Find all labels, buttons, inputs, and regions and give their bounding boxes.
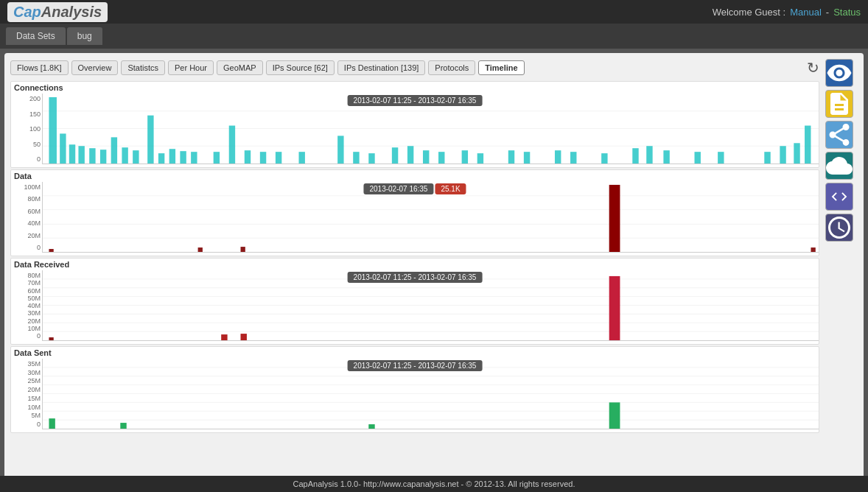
- welcome-text: Welcome Guest :: [713, 7, 785, 18]
- svg-rect-10: [122, 147, 127, 164]
- svg-rect-6: [78, 146, 84, 164]
- svg-rect-64: [241, 334, 247, 340]
- svg-rect-43: [780, 146, 785, 164]
- svg-rect-42: [764, 152, 770, 164]
- header-right: Welcome Guest : Manual - Status: [713, 7, 861, 18]
- ds-y35m: 35M: [11, 360, 41, 368]
- navigate-button[interactable]: [825, 183, 853, 211]
- ds-y30m: 30M: [11, 369, 41, 376]
- svg-rect-24: [353, 152, 359, 164]
- data-sent-chart: Data Sent 2013-02-07 11:25 - 2013-02-07 …: [10, 346, 819, 433]
- svg-rect-53: [609, 185, 620, 252]
- ds-y0: 0: [11, 421, 41, 428]
- svg-rect-75: [368, 424, 374, 429]
- data-received-chart: Data Received 2013-02-07 11:25 - 2013-02…: [10, 258, 819, 345]
- document-button[interactable]: [825, 90, 853, 118]
- data-received-timeline: 2013-02-07 11:25 - 2013-02-07 16:35: [348, 272, 483, 283]
- right-sidebar: [825, 59, 858, 492]
- dr-y80m: 80M: [11, 272, 41, 279]
- dr-y30m: 30M: [11, 309, 41, 317]
- data-y60m: 60M: [11, 208, 41, 215]
- dr-y10m: 10M: [11, 325, 41, 332]
- svg-rect-33: [524, 152, 530, 164]
- cloud-button[interactable]: [825, 152, 853, 180]
- nav-tab-bug[interactable]: bug: [67, 27, 102, 45]
- conn-y0: 0: [11, 155, 41, 163]
- svg-rect-45: [805, 126, 811, 164]
- svg-rect-15: [180, 151, 186, 164]
- data-timeline2: 25.1K: [435, 183, 466, 194]
- data-y40m: 40M: [11, 219, 41, 227]
- svg-rect-28: [423, 150, 429, 164]
- data-y80m: 80M: [11, 195, 41, 203]
- svg-rect-31: [477, 153, 483, 164]
- svg-rect-14: [169, 149, 175, 164]
- btn-per-hour[interactable]: Per Hour: [168, 60, 214, 75]
- nav-tab-datasets[interactable]: Data Sets: [6, 27, 66, 45]
- svg-rect-38: [646, 146, 652, 164]
- dr-y20m: 20M: [11, 317, 41, 325]
- svg-rect-50: [49, 249, 53, 252]
- btn-ips-destination[interactable]: IPs Destination [139]: [337, 60, 426, 75]
- svg-rect-36: [601, 153, 607, 164]
- btn-timeline[interactable]: Timeline: [478, 60, 524, 75]
- main-content: Flows [1.8K] Overview Statistcs Per Hour…: [4, 53, 864, 492]
- svg-rect-73: [49, 418, 55, 429]
- data-y100m: 100M: [11, 183, 41, 191]
- svg-rect-25: [368, 153, 374, 164]
- btn-statistics[interactable]: Statistcs: [121, 60, 165, 75]
- svg-rect-7: [89, 148, 95, 164]
- data-timeline1: 2013-02-07 16:35: [363, 183, 433, 194]
- svg-rect-74: [120, 423, 126, 429]
- conn-y100: 100: [11, 125, 41, 133]
- svg-rect-41: [718, 152, 724, 164]
- svg-rect-54: [811, 247, 815, 252]
- btn-ips-source[interactable]: IPs Source [62]: [266, 60, 335, 75]
- ds-y15m: 15M: [11, 395, 41, 402]
- data-sent-title: Data Sent: [11, 347, 819, 359]
- logo: CapAnalysis: [7, 2, 108, 22]
- btn-overview[interactable]: Overview: [71, 60, 119, 75]
- svg-rect-39: [663, 150, 669, 164]
- btn-geomap[interactable]: GeoMAP: [217, 60, 263, 75]
- connections-timeline: 2013-02-07 11:25 - 2013-02-07 16:35: [348, 95, 483, 106]
- btn-flows[interactable]: Flows [1.8K]: [10, 60, 69, 75]
- manual-link[interactable]: Manual: [790, 7, 822, 18]
- connections-chart: Connections 2013-02-07 11:25 - 2013-02-0…: [10, 81, 819, 168]
- svg-rect-11: [133, 150, 139, 164]
- header: CapAnalysis Welcome Guest : Manual - Sta…: [0, 0, 868, 24]
- svg-rect-16: [191, 152, 197, 164]
- view-button[interactable]: [825, 59, 853, 87]
- svg-rect-37: [632, 148, 638, 164]
- time-button[interactable]: [825, 214, 853, 242]
- svg-rect-18: [229, 126, 235, 164]
- data-chart: Data 2013-02-07 16:35 25.1K 0 20M 40M 60…: [10, 169, 819, 256]
- dr-y60m: 60M: [11, 287, 41, 295]
- dr-y70m: 70M: [11, 279, 41, 287]
- svg-rect-30: [462, 150, 468, 164]
- conn-y200: 200: [11, 95, 41, 102]
- conn-y150: 150: [11, 110, 41, 118]
- svg-rect-44: [794, 143, 799, 164]
- svg-rect-17: [214, 152, 220, 164]
- logo-analysis: Analysis: [41, 4, 102, 21]
- svg-rect-62: [49, 337, 53, 340]
- share-button[interactable]: [825, 121, 853, 149]
- status-link[interactable]: Status: [833, 7, 861, 18]
- btn-protocols[interactable]: Protocols: [428, 60, 475, 75]
- svg-rect-20: [260, 152, 266, 164]
- footer: CapAnalysis 1.0.0- http://www.capanalysi…: [0, 476, 868, 492]
- svg-rect-76: [609, 402, 620, 429]
- conn-y50: 50: [11, 141, 41, 148]
- ds-y5m: 5M: [11, 412, 41, 419]
- svg-rect-51: [198, 247, 203, 252]
- data-received-title: Data Received: [11, 259, 819, 270]
- ds-y20m: 20M: [11, 386, 41, 393]
- dr-y0: 0: [11, 332, 41, 340]
- svg-rect-29: [438, 152, 444, 164]
- refresh-button[interactable]: ↻: [807, 59, 819, 77]
- data-y20m: 20M: [11, 232, 41, 239]
- svg-rect-8: [100, 150, 106, 164]
- nav-tabs: Data Sets bug: [0, 24, 868, 49]
- data-title: Data: [11, 170, 819, 182]
